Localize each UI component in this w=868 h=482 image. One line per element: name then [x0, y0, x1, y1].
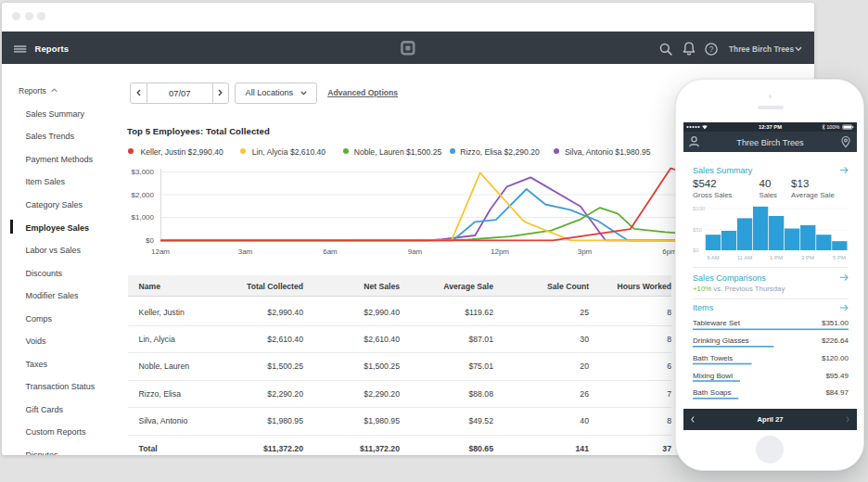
svg-text:Average Sale: Average Sale [791, 191, 835, 199]
svg-text:Mixing Bowl: Mixing Bowl [693, 372, 733, 380]
svg-text:$0: $0 [693, 247, 699, 253]
svg-text:Tableware Set: Tableware Set [693, 319, 741, 327]
svg-text:$50: $50 [693, 227, 703, 233]
svg-text:Three Birch Trees: Three Birch Trees [736, 138, 804, 147]
svg-text:$226.64: $226.64 [822, 336, 849, 345]
svg-text:12pm: 12pm [491, 247, 509, 256]
svg-text:$120.00: $120.00 [822, 354, 849, 362]
svg-text:+10% vs. Previous Thursday: +10% vs. Previous Thursday [693, 285, 785, 293]
svg-text:$13: $13 [791, 178, 809, 189]
svg-text:$95.49: $95.49 [825, 372, 849, 380]
svg-text:Sales Summary: Sales Summary [693, 166, 753, 175]
svg-text:$351.00: $351.00 [822, 319, 849, 327]
svg-text:9am: 9am [408, 247, 423, 256]
svg-text:40: 40 [760, 178, 772, 189]
svg-text:April 27: April 27 [757, 415, 783, 424]
svg-text:11 AM: 11 AM [737, 255, 753, 260]
svg-text:12:37 PM: 12:37 PM [759, 124, 782, 130]
svg-text:Sales Comparisons: Sales Comparisons [693, 273, 766, 283]
svg-text:?: ? [708, 44, 713, 54]
svg-text:100%: 100% [826, 124, 839, 130]
svg-text:Bath Towels: Bath Towels [693, 354, 733, 362]
svg-text:12am: 12am [151, 247, 170, 256]
svg-text:3am: 3am [238, 247, 253, 256]
svg-text:Gross Sales: Gross Sales [693, 191, 733, 199]
svg-text:Items: Items [693, 303, 714, 312]
svg-text:Sales: Sales [760, 191, 778, 199]
svg-text:$1,000: $1,000 [132, 213, 155, 222]
svg-text:$2,000: $2,000 [132, 191, 155, 199]
svg-text:6am: 6am [323, 247, 338, 256]
svg-text:3pm: 3pm [578, 247, 593, 256]
svg-text:$0: $0 [146, 236, 154, 245]
svg-text:9 AM: 9 AM [707, 255, 720, 260]
svg-text:$542: $542 [693, 178, 717, 189]
svg-text:5 PM: 5 PM [833, 255, 846, 260]
svg-text:$100: $100 [693, 206, 706, 211]
svg-text:Bath Soaps: Bath Soaps [693, 388, 732, 397]
svg-text:$84.97: $84.97 [825, 388, 849, 397]
svg-text:$3,000: $3,000 [132, 168, 155, 176]
svg-text:1 PM: 1 PM [770, 255, 783, 260]
svg-text:3 PM: 3 PM [801, 255, 814, 260]
svg-text:Drinking Glasses: Drinking Glasses [693, 336, 749, 345]
